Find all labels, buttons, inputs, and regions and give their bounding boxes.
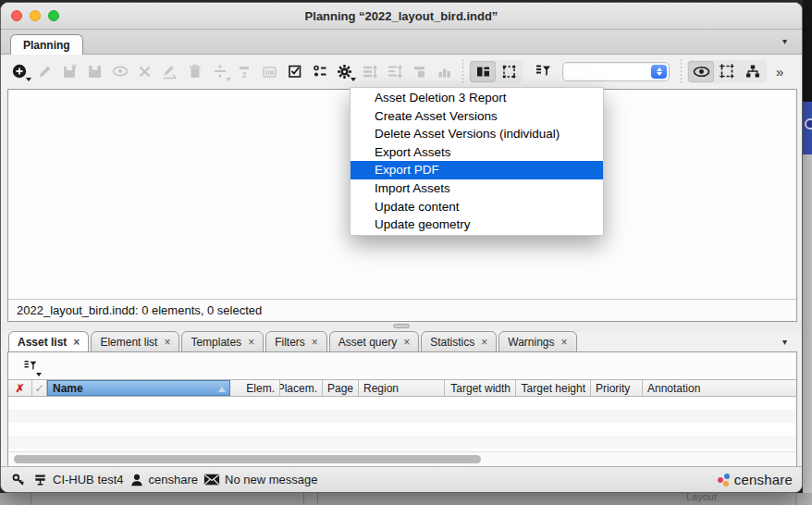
- tab-asset-query[interactable]: Asset query ×: [329, 331, 419, 352]
- minimize-window-button[interactable]: [30, 10, 41, 21]
- check-column-icon: ✓: [34, 382, 43, 395]
- message-status[interactable]: No new message: [203, 473, 317, 487]
- close-icon[interactable]: ×: [248, 337, 254, 348]
- barcode-button[interactable]: [257, 59, 282, 83]
- display-toggle-group: [687, 60, 767, 83]
- toolbar-combobox[interactable]: [562, 62, 670, 81]
- delete-button[interactable]: [132, 59, 157, 83]
- close-icon[interactable]: ×: [561, 337, 568, 348]
- menu-item-export-pdf[interactable]: Export PDF: [351, 161, 603, 179]
- tab-filters[interactable]: Filters ×: [265, 331, 327, 352]
- tab-label: Element list: [100, 336, 157, 349]
- connection-status[interactable]: CI-HUB test4: [32, 472, 124, 487]
- asset-filter-button[interactable]: [18, 354, 43, 378]
- statusbar: CI-HUB test4 censhare No new message cen…: [1, 466, 802, 492]
- close-icon[interactable]: ×: [403, 337, 410, 348]
- column-priority[interactable]: Priority: [591, 380, 643, 396]
- preview-button[interactable]: [107, 59, 132, 83]
- toolbar-overflow-button[interactable]: »: [776, 64, 783, 80]
- menu-item-export-assets[interactable]: Export Assets: [351, 143, 603, 162]
- tab-asset-list[interactable]: Asset list ×: [8, 331, 89, 352]
- close-icon[interactable]: ×: [164, 337, 170, 348]
- save-version-discard-icon: [61, 63, 79, 80]
- tab-planning-label: Planning: [23, 39, 70, 52]
- save-version-button[interactable]: [82, 59, 107, 83]
- panel-tabbar: Asset list × Element list × Templates × …: [8, 331, 577, 352]
- split-button[interactable]: [207, 59, 232, 83]
- sign-off-button[interactable]: [157, 59, 182, 83]
- column-annotation[interactable]: Annotation: [643, 380, 796, 396]
- filter-button[interactable]: [530, 59, 555, 83]
- save-version-discard-button[interactable]: [57, 59, 82, 83]
- indent-button[interactable]: [407, 59, 432, 83]
- add-asset-button[interactable]: [7, 59, 32, 83]
- tabstrip-disclosure-icon[interactable]: ▾: [782, 36, 787, 46]
- menu-item-import-assets[interactable]: Import Assets: [351, 179, 603, 198]
- column-target-height[interactable]: Target height: [516, 380, 591, 396]
- menu-item-create-asset-versions[interactable]: Create Asset Versions: [351, 107, 603, 126]
- censhare-brand: censhare: [718, 472, 793, 487]
- column-target-width[interactable]: Target width: [445, 380, 516, 396]
- splitter-grip[interactable]: [393, 324, 410, 328]
- asset-table-header: ✗ ✓ Name Elem. Placem. Page Region Targe…: [8, 379, 796, 397]
- view-eye-button[interactable]: [688, 61, 714, 82]
- expand-rows-button[interactable]: [357, 59, 382, 83]
- asset-table-body[interactable]: [8, 397, 796, 452]
- tab-warnings[interactable]: Warnings ×: [498, 331, 576, 352]
- column-name[interactable]: Name: [47, 380, 230, 396]
- brand-dots-icon: [718, 474, 730, 487]
- menu-item-update-content[interactable]: Update content: [351, 198, 603, 216]
- column-placem[interactable]: Placem.: [280, 380, 323, 396]
- close-icon[interactable]: ×: [481, 337, 487, 348]
- combobox-stepper-icon[interactable]: [651, 65, 667, 79]
- renumber-button[interactable]: 2: [232, 59, 257, 83]
- view-frame-button[interactable]: [714, 61, 740, 82]
- asset-filter-icon: [22, 358, 38, 374]
- view-frame-icon: [718, 62, 736, 80]
- key-button[interactable]: [10, 468, 27, 492]
- column-elem[interactable]: Elem.: [230, 380, 280, 396]
- trash-button[interactable]: [182, 59, 207, 83]
- tab-templates[interactable]: Templates ×: [181, 331, 264, 352]
- layout-view-button[interactable]: [470, 61, 496, 82]
- barcode-icon: [261, 63, 278, 80]
- user-status[interactable]: censhare: [129, 473, 198, 487]
- actions-gear-button[interactable]: [332, 59, 357, 83]
- indent-paragraph-icon: [411, 63, 428, 80]
- background-divider: [795, 493, 796, 505]
- collapse-rows-icon: [386, 63, 403, 80]
- workspace-tabstrip: Planning ▾: [1, 30, 802, 55]
- tab-planning[interactable]: Planning: [10, 34, 83, 55]
- collapse-rows-button[interactable]: [382, 59, 407, 83]
- tasks-checkbox-button[interactable]: [282, 59, 307, 83]
- background-blue-badge: [803, 102, 812, 154]
- workflow-button[interactable]: [307, 59, 332, 83]
- menu-item-asset-deletion-report[interactable]: Asset Deletion 3 Report: [351, 89, 603, 107]
- selection-mode-button[interactable]: [496, 61, 522, 82]
- column-check[interactable]: ✓: [32, 380, 47, 396]
- edit-button[interactable]: [32, 59, 57, 83]
- view-tree-button[interactable]: [740, 61, 766, 82]
- chart-button[interactable]: [432, 59, 457, 83]
- zoom-window-button[interactable]: [48, 10, 59, 21]
- close-icon[interactable]: ×: [312, 337, 318, 348]
- user-label: censhare: [149, 473, 198, 487]
- combobox-input[interactable]: [567, 63, 646, 80]
- horizontal-scrollbar[interactable]: [9, 451, 795, 465]
- menu-item-update-geometry[interactable]: Update geometry: [351, 216, 603, 234]
- preview-eye-icon: [111, 62, 129, 80]
- tab-statistics[interactable]: Statistics ×: [421, 331, 497, 352]
- tab-label: Statistics: [430, 336, 474, 349]
- view-mode-group: [469, 60, 523, 83]
- column-page[interactable]: Page: [323, 380, 359, 396]
- scrollbar-thumb[interactable]: [14, 455, 481, 463]
- close-icon[interactable]: ×: [73, 337, 80, 348]
- panel-disclosure-icon[interactable]: ▾: [782, 337, 787, 347]
- menu-item-delete-asset-versions[interactable]: Delete Asset Versions (individual): [351, 125, 603, 143]
- column-delete[interactable]: ✗: [8, 380, 32, 396]
- panel-splitter[interactable]: [1, 322, 803, 331]
- tab-element-list[interactable]: Element list ×: [91, 331, 179, 352]
- column-region[interactable]: Region: [359, 380, 445, 396]
- close-window-button[interactable]: [11, 10, 22, 21]
- column-label: Region: [363, 382, 399, 395]
